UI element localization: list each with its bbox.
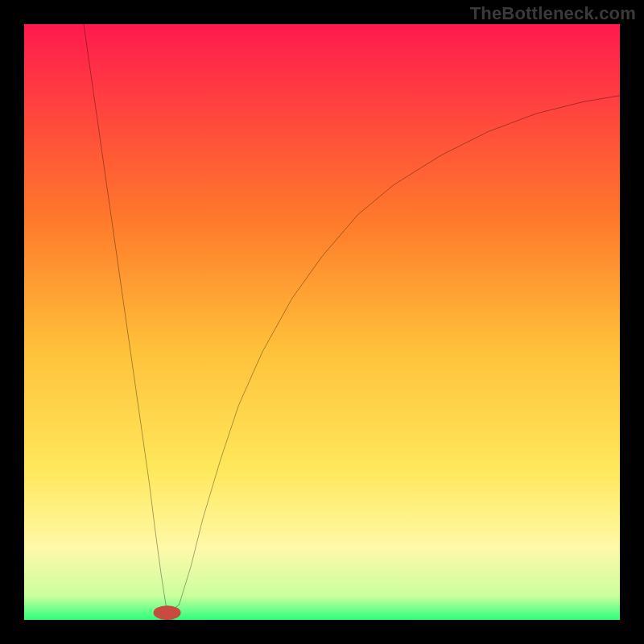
chart-background <box>24 24 620 620</box>
chart-frame: TheBottleneck.com <box>0 0 644 644</box>
watermark-text: TheBottleneck.com <box>470 3 636 24</box>
marker-dot <box>154 605 181 620</box>
chart-plot <box>24 24 620 620</box>
